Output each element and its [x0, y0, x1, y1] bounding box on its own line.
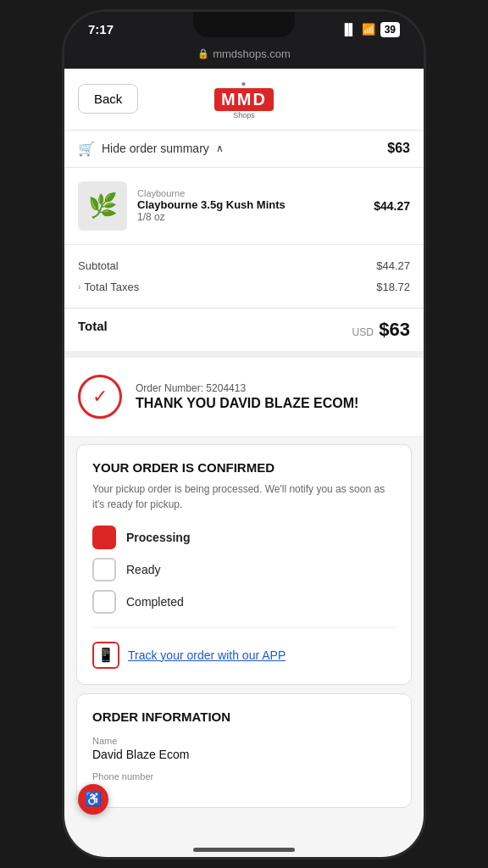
- url-bar: 🔒 mmdshops.com: [64, 42, 424, 69]
- product-weight: 1/8 oz: [137, 211, 363, 223]
- phone-app-icon: 📱: [92, 642, 119, 669]
- product-brand: Claybourne: [137, 188, 363, 198]
- info-phone-field: Phone number: [92, 771, 396, 782]
- hide-order-summary[interactable]: 🛒 Hide order summary ∧: [78, 141, 224, 157]
- step-completed-indicator: [92, 590, 116, 614]
- subtotal-label: Subtotal: [78, 259, 119, 272]
- order-summary-bar[interactable]: 🛒 Hide order summary ∧ $63: [64, 131, 424, 168]
- confirmed-description: Your pickup order is being processed. We…: [92, 481, 396, 512]
- order-info-section: ORDER INFORMATION Name David Blaze Ecom …: [76, 693, 412, 808]
- thankyou-section: ✓ Order Number: 5204413 THANK YOU DAVID …: [64, 351, 424, 436]
- battery-indicator: 39: [380, 22, 400, 37]
- total-amount: $63: [379, 319, 410, 340]
- thankyou-text: Order Number: 5204413 THANK YOU DAVID BL…: [136, 382, 410, 411]
- info-phone-label: Phone number: [92, 771, 396, 782]
- check-circle-icon: ✓: [78, 375, 122, 419]
- confirmed-section: YOUR ORDER IS CONFIRMED Your pickup orde…: [76, 444, 412, 685]
- total-label: Total: [78, 319, 108, 341]
- info-name-field: Name David Blaze Ecom: [92, 736, 396, 761]
- product-name: Claybourne 3.5g Kush Mints: [137, 198, 363, 211]
- product-details: Claybourne Claybourne 3.5g Kush Mints 1/…: [137, 188, 363, 223]
- summary-total-amount: $63: [387, 141, 410, 156]
- home-bar: [64, 833, 424, 857]
- status-steps: Processing Ready Completed: [92, 526, 396, 614]
- logo-shops-text: Shops: [233, 111, 255, 120]
- step-processing-indicator: [92, 526, 116, 549]
- track-section[interactable]: 📱 Track your order with our APP: [92, 627, 396, 669]
- bottom-spacer: [64, 816, 424, 833]
- info-name-value: David Blaze Ecom: [92, 748, 396, 761]
- accessibility-icon: ♿: [85, 791, 102, 807]
- step-processing-label: Processing: [126, 531, 190, 544]
- step-ready-label: Ready: [126, 563, 160, 576]
- cart-icon: 🛒: [78, 141, 95, 157]
- wifi-icon: 📶: [362, 23, 375, 36]
- home-bar-line: [193, 848, 295, 852]
- step-ready: Ready: [92, 558, 396, 581]
- step-completed-label: Completed: [126, 595, 184, 609]
- total-amount-group: USD $63: [352, 319, 410, 341]
- subtotal-value: $44.27: [376, 259, 410, 272]
- taxes-label-group: › Total Taxes: [78, 281, 139, 293]
- product-price: $44.27: [374, 199, 410, 213]
- logo: ● MMD Shops: [214, 79, 274, 120]
- price-breakdown: Subtotal $44.27 › Total Taxes $18.72: [64, 244, 424, 308]
- product-emoji: 🌿: [88, 192, 118, 220]
- order-item-section: 🌿 Claybourne Claybourne 3.5g Kush Mints …: [64, 168, 424, 244]
- mobile-icon: 📱: [97, 647, 114, 663]
- step-completed: Completed: [92, 590, 396, 614]
- order-item: 🌿 Claybourne Claybourne 3.5g Kush Mints …: [78, 181, 410, 231]
- page-header: Back ● MMD Shops: [64, 69, 424, 131]
- signal-icon: ▐▌: [341, 23, 356, 36]
- url-text: mmdshops.com: [213, 47, 291, 60]
- total-row: Total USD $63: [64, 308, 424, 351]
- step-processing: Processing: [92, 526, 396, 549]
- step-ready-indicator: [92, 558, 116, 581]
- info-name-label: Name: [92, 736, 396, 746]
- logo-mmd-text: MMD: [214, 88, 274, 111]
- thank-you-heading: THANK YOU DAVID BLAZE ECOM!: [136, 396, 410, 411]
- back-button[interactable]: Back: [78, 84, 138, 114]
- subtotal-row: Subtotal $44.27: [78, 255, 410, 276]
- confirmed-title: YOUR ORDER IS CONFIRMED: [92, 460, 396, 475]
- chevron-right-icon: ›: [78, 282, 80, 292]
- taxes-label: Total Taxes: [84, 281, 139, 293]
- logo-tagline: ●: [241, 79, 247, 88]
- track-app-link[interactable]: Track your order with our APP: [128, 648, 286, 662]
- checkmark-icon: ✓: [92, 386, 108, 408]
- taxes-value: $18.72: [376, 281, 410, 293]
- chevron-up-icon: ∧: [216, 142, 224, 154]
- accessibility-button[interactable]: ♿: [78, 784, 108, 815]
- order-number: Order Number: 5204413: [136, 382, 410, 394]
- order-info-title: ORDER INFORMATION: [92, 709, 396, 724]
- content-area: Back ● MMD Shops 🛒 Hide order summary ∧ …: [64, 69, 424, 833]
- total-currency: USD: [352, 326, 373, 338]
- taxes-row: › Total Taxes $18.72: [78, 276, 410, 298]
- hide-summary-label: Hide order summary: [102, 142, 209, 155]
- time-display: 7:17: [88, 22, 114, 36]
- product-image: 🌿: [78, 181, 127, 231]
- lock-icon: 🔒: [197, 48, 209, 59]
